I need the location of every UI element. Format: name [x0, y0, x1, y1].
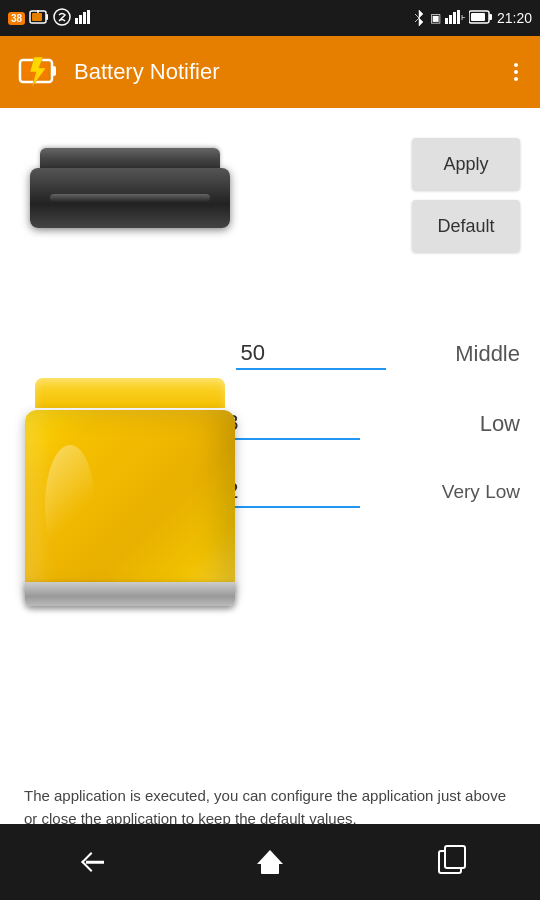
verylow-label: Very Low — [400, 481, 520, 503]
middle-label: Middle — [407, 341, 520, 367]
battery-big-container: Low Very Low — [20, 378, 520, 598]
notification-badge: 38 — [8, 12, 25, 25]
low-input-row: Low — [210, 408, 520, 440]
app-title: Battery Notifier — [74, 59, 508, 85]
main-content: Apply Default Middle — [0, 108, 540, 860]
middle-field-container — [236, 338, 387, 370]
back-button[interactable] — [60, 842, 120, 882]
svg-rect-2 — [32, 13, 42, 21]
svg-rect-1 — [46, 14, 48, 20]
app-icon — [16, 50, 60, 94]
svg-rect-6 — [79, 15, 82, 24]
svg-rect-12 — [457, 10, 460, 24]
battery-big-image — [20, 378, 200, 598]
sim-icon: ▣ — [430, 11, 441, 25]
svg-text:H: H — [461, 13, 465, 22]
svg-rect-9 — [445, 18, 448, 24]
middle-input[interactable] — [236, 338, 386, 370]
battery-section: Low Very Low — [0, 378, 540, 598]
app-bar: Battery Notifier — [0, 36, 540, 108]
middle-input-section: Middle — [0, 338, 540, 378]
default-button[interactable]: Default — [412, 200, 520, 252]
svg-rect-10 — [449, 15, 452, 24]
shazam-icon — [53, 8, 71, 29]
apply-button[interactable]: Apply — [412, 138, 520, 190]
svg-rect-11 — [453, 12, 456, 24]
bars-icon — [75, 10, 91, 27]
app-icon-small — [29, 8, 49, 29]
status-bar: 38 — [0, 0, 540, 36]
battery-top-image — [30, 148, 230, 228]
home-button[interactable] — [240, 842, 300, 882]
status-left: 38 — [8, 8, 91, 29]
svg-rect-7 — [83, 12, 86, 24]
footer-text: The application is executed, you can con… — [24, 787, 506, 827]
home-icon — [257, 850, 283, 874]
svg-rect-18 — [52, 66, 56, 76]
low-label: Low — [400, 411, 520, 437]
nav-bar — [0, 824, 540, 900]
recents-icon — [438, 850, 462, 874]
status-right: ▣ H 21:20 — [412, 8, 532, 29]
verylow-input-row: Very Low — [210, 476, 520, 508]
bluetooth-icon — [412, 8, 426, 29]
svg-rect-8 — [87, 10, 90, 24]
battery-icon — [469, 10, 493, 27]
svg-rect-19 — [23, 63, 30, 79]
top-section: Apply Default — [0, 108, 540, 338]
footer-message: The application is executed, you can con… — [0, 765, 540, 830]
svg-rect-16 — [471, 13, 485, 21]
content-spacer — [0, 598, 540, 765]
svg-rect-15 — [489, 14, 492, 20]
inputs-right: Low Very Low — [210, 378, 520, 508]
signal-icon: H — [445, 10, 465, 27]
svg-rect-5 — [75, 18, 78, 24]
battery-top-container — [20, 148, 412, 228]
recents-button[interactable] — [420, 842, 480, 882]
overflow-menu-button[interactable] — [508, 57, 524, 87]
middle-input-row: Middle — [20, 338, 520, 370]
time-display: 21:20 — [497, 10, 532, 26]
action-buttons: Apply Default — [412, 128, 520, 252]
back-icon — [76, 851, 104, 873]
